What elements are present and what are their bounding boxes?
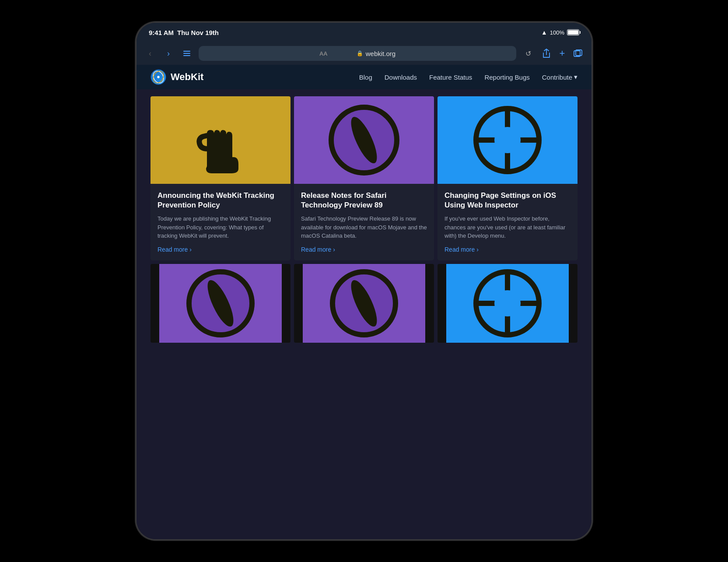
status-bar-left: 9:41 AM Thu Nov 19th bbox=[149, 29, 219, 36]
nav-links: Blog Downloads Feature Status Reporting … bbox=[359, 73, 578, 81]
lock-icon: 🔒 bbox=[357, 50, 363, 56]
card-body-3: Changing Page Settings on iOS Using Web … bbox=[438, 184, 578, 260]
partial-card-5[interactable] bbox=[294, 264, 434, 343]
webkit-logo-icon bbox=[150, 69, 166, 85]
card-body-2: Release Notes for Safari Technology Prev… bbox=[294, 184, 434, 260]
share-button[interactable] bbox=[540, 47, 553, 60]
svg-point-8 bbox=[157, 76, 159, 78]
tabs-button[interactable] bbox=[571, 47, 584, 60]
card-title-2: Release Notes for Safari Technology Prev… bbox=[301, 191, 427, 210]
webkit-logo-text: WebKit bbox=[171, 71, 203, 83]
browser-actions: + bbox=[540, 47, 584, 60]
svg-point-28 bbox=[494, 290, 521, 316]
aa-label: AA bbox=[319, 50, 328, 57]
card-excerpt-2: Safari Technology Preview Release 89 is … bbox=[301, 214, 427, 240]
partial-image-5 bbox=[294, 264, 434, 343]
address-bar[interactable]: AA 🔒 webkit.org bbox=[199, 46, 516, 61]
battery-fill bbox=[568, 30, 578, 35]
nav-contribute[interactable]: Contribute ▾ bbox=[542, 73, 578, 81]
card-body-1: Announcing the WebKit Tracking Preventio… bbox=[150, 184, 290, 260]
site-nav: WebKit Blog Downloads Feature Status Rep… bbox=[136, 65, 592, 89]
bookmarks-button[interactable] bbox=[180, 47, 193, 60]
card-image-1 bbox=[150, 96, 290, 184]
wifi-icon: ▲ bbox=[541, 29, 547, 36]
read-more-1[interactable]: Read more bbox=[158, 246, 192, 253]
partial-card-4[interactable] bbox=[150, 264, 290, 343]
partial-card-6[interactable] bbox=[438, 264, 578, 343]
nav-reporting-bugs[interactable]: Reporting Bugs bbox=[484, 74, 529, 81]
svg-rect-2 bbox=[183, 55, 190, 56]
nav-downloads[interactable]: Downloads bbox=[385, 74, 417, 81]
card-image-3 bbox=[438, 96, 578, 184]
back-button[interactable]: ‹ bbox=[144, 47, 157, 60]
read-more-2[interactable]: Read more bbox=[301, 246, 335, 253]
read-more-3[interactable]: Read more bbox=[444, 246, 479, 253]
nav-blog[interactable]: Blog bbox=[359, 74, 372, 81]
chevron-down-icon: ▾ bbox=[574, 73, 578, 81]
card-title-3: Changing Page Settings on iOS Using Web … bbox=[444, 191, 570, 210]
forward-button[interactable]: › bbox=[162, 47, 175, 60]
articles-grid: Announcing the WebKit Tracking Preventio… bbox=[150, 96, 578, 343]
svg-rect-0 bbox=[183, 51, 190, 52]
article-card-3[interactable]: Changing Page Settings on iOS Using Web … bbox=[438, 96, 578, 260]
battery-indicator bbox=[567, 29, 579, 35]
ipad-frame: 9:41 AM Thu Nov 19th ▲ 100% ‹ › AA 🔒 bbox=[136, 23, 592, 539]
article-card-2[interactable]: Release Notes for Safari Technology Prev… bbox=[294, 96, 434, 260]
status-bar: 9:41 AM Thu Nov 19th ▲ 100% bbox=[136, 23, 592, 42]
nav-feature-status[interactable]: Feature Status bbox=[429, 74, 472, 81]
browser-chrome: ‹ › AA 🔒 webkit.org ↺ + bbox=[136, 42, 592, 65]
card-excerpt-3: If you've ever used Web Inspector before… bbox=[444, 214, 570, 240]
status-bar-right: ▲ 100% bbox=[541, 29, 579, 36]
address-bar-wrapper: AA 🔒 webkit.org bbox=[199, 46, 516, 61]
partial-image-6 bbox=[438, 264, 578, 343]
site-content: Announcing the WebKit Tracking Preventio… bbox=[136, 89, 592, 539]
time-display: 9:41 AM bbox=[149, 29, 174, 36]
card-image-2 bbox=[294, 96, 434, 184]
battery-percent: 100% bbox=[550, 29, 564, 36]
svg-rect-1 bbox=[183, 53, 190, 54]
new-tab-button[interactable]: + bbox=[556, 47, 569, 60]
card-title-1: Announcing the WebKit Tracking Preventio… bbox=[158, 191, 284, 210]
url-display: webkit.org bbox=[366, 50, 396, 57]
partial-image-4 bbox=[150, 264, 290, 343]
article-card-1[interactable]: Announcing the WebKit Tracking Preventio… bbox=[150, 96, 290, 260]
date-display: Thu Nov 19th bbox=[177, 29, 219, 36]
reload-button[interactable]: ↺ bbox=[522, 47, 535, 60]
svg-point-17 bbox=[494, 127, 521, 153]
webkit-logo[interactable]: WebKit bbox=[150, 69, 203, 85]
card-excerpt-1: Today we are publishing the WebKit Track… bbox=[158, 214, 284, 240]
site-container: WebKit Blog Downloads Feature Status Rep… bbox=[136, 65, 592, 539]
